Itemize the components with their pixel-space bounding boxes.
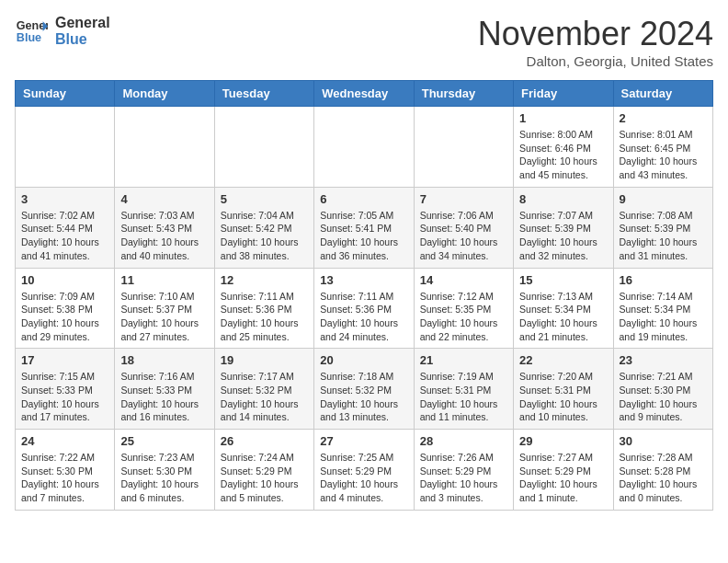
day-number: 7 — [420, 192, 507, 206]
day-number: 10 — [21, 273, 108, 287]
calendar-cell: 10Sunrise: 7:09 AM Sunset: 5:38 PM Dayli… — [16, 268, 115, 349]
calendar-cell: 29Sunrise: 7:27 AM Sunset: 5:29 PM Dayli… — [514, 430, 613, 511]
calendar-cell: 15Sunrise: 7:13 AM Sunset: 5:34 PM Dayli… — [514, 268, 613, 349]
calendar-cell: 19Sunrise: 7:17 AM Sunset: 5:32 PM Dayli… — [214, 349, 313, 430]
day-info: Sunrise: 7:18 AM Sunset: 5:32 PM Dayligh… — [320, 370, 407, 424]
calendar-cell: 5Sunrise: 7:04 AM Sunset: 5:42 PM Daylig… — [214, 187, 313, 268]
day-number: 11 — [120, 273, 208, 287]
calendar-cell: 25Sunrise: 7:23 AM Sunset: 5:30 PM Dayli… — [115, 430, 214, 511]
day-info: Sunrise: 7:21 AM Sunset: 5:30 PM Dayligh… — [620, 370, 707, 424]
month-title: November 2024 — [478, 15, 713, 53]
day-number: 9 — [620, 192, 707, 206]
calendar-cell — [115, 107, 214, 188]
calendar-cell: 9Sunrise: 7:08 AM Sunset: 5:39 PM Daylig… — [613, 187, 712, 268]
day-number: 20 — [320, 353, 407, 367]
weekday-header-tuesday: Tuesday — [214, 81, 313, 107]
logo-icon: General Blue — [15, 15, 48, 48]
day-number: 3 — [21, 192, 108, 206]
day-info: Sunrise: 7:04 AM Sunset: 5:42 PM Dayligh… — [221, 209, 308, 263]
weekday-header-wednesday: Wednesday — [314, 81, 414, 107]
weekday-header-friday: Friday — [514, 81, 613, 107]
weekday-header-sunday: Sunday — [16, 81, 115, 107]
calendar-cell: 21Sunrise: 7:19 AM Sunset: 5:31 PM Dayli… — [414, 349, 513, 430]
calendar-cell: 22Sunrise: 7:20 AM Sunset: 5:31 PM Dayli… — [514, 349, 613, 430]
weekday-header-monday: Monday — [115, 81, 214, 107]
day-info: Sunrise: 7:22 AM Sunset: 5:30 PM Dayligh… — [21, 451, 108, 505]
calendar-cell — [314, 107, 414, 188]
day-number: 18 — [120, 353, 208, 367]
day-info: Sunrise: 7:10 AM Sunset: 5:37 PM Dayligh… — [120, 290, 208, 344]
day-info: Sunrise: 7:11 AM Sunset: 5:36 PM Dayligh… — [221, 290, 308, 344]
day-number: 6 — [320, 192, 407, 206]
day-info: Sunrise: 7:06 AM Sunset: 5:40 PM Dayligh… — [420, 209, 507, 263]
calendar-week-row: 3Sunrise: 7:02 AM Sunset: 5:44 PM Daylig… — [16, 187, 713, 268]
calendar-cell: 27Sunrise: 7:25 AM Sunset: 5:29 PM Dayli… — [314, 430, 414, 511]
calendar-cell: 28Sunrise: 7:26 AM Sunset: 5:29 PM Dayli… — [414, 430, 513, 511]
day-info: Sunrise: 7:08 AM Sunset: 5:39 PM Dayligh… — [620, 209, 707, 263]
day-number: 19 — [221, 353, 308, 367]
day-number: 25 — [120, 434, 208, 448]
day-info: Sunrise: 7:19 AM Sunset: 5:31 PM Dayligh… — [420, 370, 507, 424]
calendar-cell: 8Sunrise: 7:07 AM Sunset: 5:39 PM Daylig… — [514, 187, 613, 268]
calendar-cell: 18Sunrise: 7:16 AM Sunset: 5:33 PM Dayli… — [115, 349, 214, 430]
day-info: Sunrise: 7:03 AM Sunset: 5:43 PM Dayligh… — [120, 209, 208, 263]
calendar-cell: 3Sunrise: 7:02 AM Sunset: 5:44 PM Daylig… — [16, 187, 115, 268]
day-number: 5 — [221, 192, 308, 206]
day-info: Sunrise: 7:02 AM Sunset: 5:44 PM Dayligh… — [21, 209, 108, 263]
day-number: 2 — [620, 111, 707, 125]
day-number: 29 — [519, 434, 607, 448]
day-number: 12 — [221, 273, 308, 287]
calendar-cell: 12Sunrise: 7:11 AM Sunset: 5:36 PM Dayli… — [214, 268, 313, 349]
day-info: Sunrise: 7:12 AM Sunset: 5:35 PM Dayligh… — [420, 290, 507, 344]
day-number: 22 — [519, 353, 607, 367]
calendar-cell: 24Sunrise: 7:22 AM Sunset: 5:30 PM Dayli… — [16, 430, 115, 511]
day-info: Sunrise: 7:20 AM Sunset: 5:31 PM Dayligh… — [519, 370, 607, 424]
day-number: 26 — [221, 434, 308, 448]
page-header: General Blue General Blue November 2024 … — [15, 15, 713, 69]
calendar-cell: 4Sunrise: 7:03 AM Sunset: 5:43 PM Daylig… — [115, 187, 214, 268]
day-number: 17 — [21, 353, 108, 367]
calendar-week-row: 17Sunrise: 7:15 AM Sunset: 5:33 PM Dayli… — [16, 349, 713, 430]
day-info: Sunrise: 7:07 AM Sunset: 5:39 PM Dayligh… — [519, 209, 607, 263]
day-info: Sunrise: 7:16 AM Sunset: 5:33 PM Dayligh… — [120, 370, 208, 424]
logo: General Blue General Blue — [15, 15, 110, 48]
day-number: 13 — [320, 273, 407, 287]
day-number: 24 — [21, 434, 108, 448]
day-number: 15 — [519, 273, 607, 287]
svg-text:Blue: Blue — [17, 31, 41, 44]
day-info: Sunrise: 7:11 AM Sunset: 5:36 PM Dayligh… — [320, 290, 407, 344]
day-info: Sunrise: 7:24 AM Sunset: 5:29 PM Dayligh… — [221, 451, 308, 505]
day-info: Sunrise: 7:05 AM Sunset: 5:41 PM Dayligh… — [320, 209, 407, 263]
calendar-cell: 20Sunrise: 7:18 AM Sunset: 5:32 PM Dayli… — [314, 349, 414, 430]
day-number: 14 — [420, 273, 507, 287]
calendar-cell: 17Sunrise: 7:15 AM Sunset: 5:33 PM Dayli… — [16, 349, 115, 430]
day-number: 27 — [320, 434, 407, 448]
day-number: 8 — [519, 192, 607, 206]
calendar-cell: 26Sunrise: 7:24 AM Sunset: 5:29 PM Dayli… — [214, 430, 313, 511]
calendar-cell: 11Sunrise: 7:10 AM Sunset: 5:37 PM Dayli… — [115, 268, 214, 349]
day-number: 23 — [620, 353, 707, 367]
weekday-header-saturday: Saturday — [613, 81, 712, 107]
calendar-cell: 14Sunrise: 7:12 AM Sunset: 5:35 PM Dayli… — [414, 268, 513, 349]
logo-blue: Blue — [55, 31, 110, 48]
day-number: 30 — [620, 434, 707, 448]
day-info: Sunrise: 7:17 AM Sunset: 5:32 PM Dayligh… — [221, 370, 308, 424]
calendar-cell: 2Sunrise: 8:01 AM Sunset: 6:45 PM Daylig… — [613, 107, 712, 188]
day-number: 16 — [620, 273, 707, 287]
day-info: Sunrise: 7:15 AM Sunset: 5:33 PM Dayligh… — [21, 370, 108, 424]
day-number: 28 — [420, 434, 507, 448]
day-info: Sunrise: 7:23 AM Sunset: 5:30 PM Dayligh… — [120, 451, 208, 505]
calendar-table: SundayMondayTuesdayWednesdayThursdayFrid… — [15, 80, 713, 511]
day-info: Sunrise: 7:25 AM Sunset: 5:29 PM Dayligh… — [320, 451, 407, 505]
day-info: Sunrise: 7:09 AM Sunset: 5:38 PM Dayligh… — [21, 290, 108, 344]
calendar-week-row: 10Sunrise: 7:09 AM Sunset: 5:38 PM Dayli… — [16, 268, 713, 349]
day-info: Sunrise: 7:26 AM Sunset: 5:29 PM Dayligh… — [420, 451, 507, 505]
location: Dalton, Georgia, United States — [478, 53, 713, 69]
calendar-cell: 30Sunrise: 7:28 AM Sunset: 5:28 PM Dayli… — [613, 430, 712, 511]
calendar-week-row: 24Sunrise: 7:22 AM Sunset: 5:30 PM Dayli… — [16, 430, 713, 511]
day-info: Sunrise: 7:13 AM Sunset: 5:34 PM Dayligh… — [519, 290, 607, 344]
day-info: Sunrise: 7:27 AM Sunset: 5:29 PM Dayligh… — [519, 451, 607, 505]
day-number: 21 — [420, 353, 507, 367]
calendar-cell: 7Sunrise: 7:06 AM Sunset: 5:40 PM Daylig… — [414, 187, 513, 268]
calendar-cell: 6Sunrise: 7:05 AM Sunset: 5:41 PM Daylig… — [314, 187, 414, 268]
